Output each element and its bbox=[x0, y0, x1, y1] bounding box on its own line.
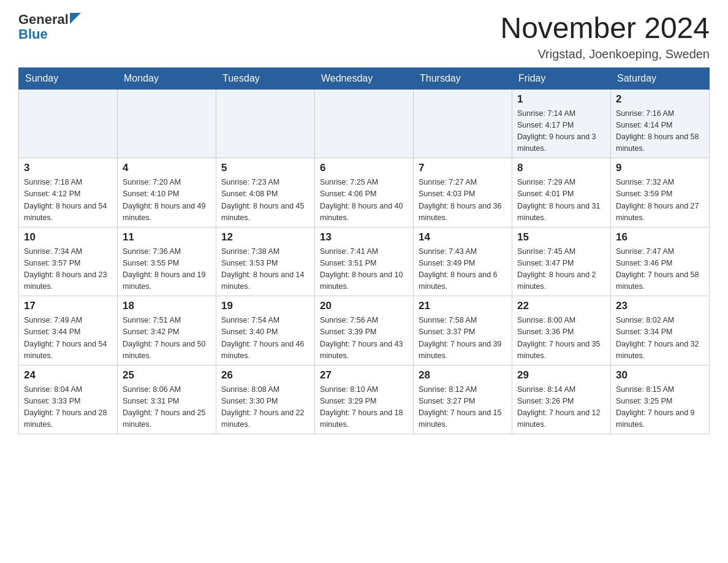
calendar-week-row: 3Sunrise: 7:18 AM Sunset: 4:12 PM Daylig… bbox=[19, 158, 710, 228]
day-number: 21 bbox=[419, 300, 507, 312]
day-info: Sunrise: 8:06 AM Sunset: 3:31 PM Dayligh… bbox=[123, 385, 206, 429]
calendar-cell: 4Sunrise: 7:20 AM Sunset: 4:10 PM Daylig… bbox=[118, 158, 216, 228]
calendar-cell bbox=[118, 89, 216, 158]
logo: General Blue bbox=[18, 12, 81, 42]
calendar-cell: 18Sunrise: 7:51 AM Sunset: 3:42 PM Dayli… bbox=[118, 296, 216, 366]
calendar-cell: 23Sunrise: 8:02 AM Sunset: 3:34 PM Dayli… bbox=[611, 296, 710, 366]
calendar-cell: 6Sunrise: 7:25 AM Sunset: 4:06 PM Daylig… bbox=[315, 158, 414, 228]
day-number: 12 bbox=[221, 231, 309, 243]
day-number: 18 bbox=[123, 300, 211, 312]
calendar-cell: 9Sunrise: 7:32 AM Sunset: 3:59 PM Daylig… bbox=[611, 158, 710, 228]
calendar-cell bbox=[414, 89, 512, 158]
day-info: Sunrise: 7:23 AM Sunset: 4:08 PM Dayligh… bbox=[221, 178, 305, 221]
day-number: 25 bbox=[123, 369, 211, 381]
day-info: Sunrise: 7:25 AM Sunset: 4:06 PM Dayligh… bbox=[320, 178, 403, 221]
day-number: 9 bbox=[616, 162, 704, 174]
day-info: Sunrise: 7:14 AM Sunset: 4:17 PM Dayligh… bbox=[517, 109, 596, 153]
day-info: Sunrise: 8:14 AM Sunset: 3:26 PM Dayligh… bbox=[517, 385, 601, 429]
day-info: Sunrise: 7:43 AM Sunset: 3:49 PM Dayligh… bbox=[419, 247, 498, 291]
calendar-cell: 7Sunrise: 7:27 AM Sunset: 4:03 PM Daylig… bbox=[414, 158, 512, 228]
calendar-cell: 1Sunrise: 7:14 AM Sunset: 4:17 PM Daylig… bbox=[512, 89, 611, 158]
calendar-cell: 16Sunrise: 7:47 AM Sunset: 3:46 PM Dayli… bbox=[611, 227, 710, 296]
calendar-cell: 24Sunrise: 8:04 AM Sunset: 3:33 PM Dayli… bbox=[19, 365, 118, 434]
calendar-cell: 26Sunrise: 8:08 AM Sunset: 3:30 PM Dayli… bbox=[216, 365, 315, 434]
calendar-cell: 29Sunrise: 8:14 AM Sunset: 3:26 PM Dayli… bbox=[512, 365, 611, 434]
day-number: 13 bbox=[320, 231, 408, 243]
calendar-cell: 25Sunrise: 8:06 AM Sunset: 3:31 PM Dayli… bbox=[118, 365, 216, 434]
calendar-cell: 13Sunrise: 7:41 AM Sunset: 3:51 PM Dayli… bbox=[315, 227, 414, 296]
calendar-cell: 12Sunrise: 7:38 AM Sunset: 3:53 PM Dayli… bbox=[216, 227, 315, 296]
calendar-cell: 15Sunrise: 7:45 AM Sunset: 3:47 PM Dayli… bbox=[512, 227, 611, 296]
page-header: General Blue November 2024 Vrigstad, Joe… bbox=[18, 12, 710, 61]
calendar-cell: 14Sunrise: 7:43 AM Sunset: 3:49 PM Dayli… bbox=[414, 227, 512, 296]
svg-marker-0 bbox=[70, 13, 81, 24]
calendar-cell: 19Sunrise: 7:54 AM Sunset: 3:40 PM Dayli… bbox=[216, 296, 315, 366]
day-number: 29 bbox=[517, 369, 605, 381]
day-info: Sunrise: 8:12 AM Sunset: 3:27 PM Dayligh… bbox=[419, 385, 502, 429]
day-number: 2 bbox=[616, 93, 704, 105]
calendar-week-row: 24Sunrise: 8:04 AM Sunset: 3:33 PM Dayli… bbox=[19, 365, 710, 434]
calendar-cell: 2Sunrise: 7:16 AM Sunset: 4:14 PM Daylig… bbox=[611, 89, 710, 158]
calendar-cell: 21Sunrise: 7:58 AM Sunset: 3:37 PM Dayli… bbox=[414, 296, 512, 366]
day-info: Sunrise: 7:58 AM Sunset: 3:37 PM Dayligh… bbox=[419, 316, 502, 359]
day-info: Sunrise: 7:45 AM Sunset: 3:47 PM Dayligh… bbox=[517, 247, 596, 291]
day-info: Sunrise: 8:15 AM Sunset: 3:25 PM Dayligh… bbox=[616, 385, 695, 429]
day-info: Sunrise: 7:20 AM Sunset: 4:10 PM Dayligh… bbox=[123, 178, 206, 221]
day-info: Sunrise: 7:38 AM Sunset: 3:53 PM Dayligh… bbox=[221, 247, 305, 291]
day-info: Sunrise: 7:34 AM Sunset: 3:57 PM Dayligh… bbox=[24, 247, 107, 291]
day-number: 16 bbox=[616, 231, 704, 243]
day-info: Sunrise: 8:08 AM Sunset: 3:30 PM Dayligh… bbox=[221, 385, 305, 429]
day-info: Sunrise: 7:18 AM Sunset: 4:12 PM Dayligh… bbox=[24, 178, 107, 221]
calendar-cell bbox=[315, 89, 414, 158]
day-number: 6 bbox=[320, 162, 408, 174]
calendar-week-row: 17Sunrise: 7:49 AM Sunset: 3:44 PM Dayli… bbox=[19, 296, 710, 366]
calendar-week-row: 10Sunrise: 7:34 AM Sunset: 3:57 PM Dayli… bbox=[19, 227, 710, 296]
day-number: 26 bbox=[221, 369, 309, 381]
calendar-header-tuesday: Tuesday bbox=[216, 67, 315, 89]
calendar-week-row: 1Sunrise: 7:14 AM Sunset: 4:17 PM Daylig… bbox=[19, 89, 710, 158]
logo-blue-text: Blue bbox=[18, 27, 48, 42]
day-number: 3 bbox=[24, 162, 112, 174]
day-number: 4 bbox=[123, 162, 211, 174]
day-info: Sunrise: 7:54 AM Sunset: 3:40 PM Dayligh… bbox=[221, 316, 305, 359]
day-number: 20 bbox=[320, 300, 408, 312]
calendar-cell: 22Sunrise: 8:00 AM Sunset: 3:36 PM Dayli… bbox=[512, 296, 611, 366]
day-number: 1 bbox=[517, 93, 605, 105]
day-info: Sunrise: 7:29 AM Sunset: 4:01 PM Dayligh… bbox=[517, 178, 601, 221]
calendar-header-monday: Monday bbox=[118, 67, 216, 89]
day-number: 27 bbox=[320, 369, 408, 381]
calendar-cell: 27Sunrise: 8:10 AM Sunset: 3:29 PM Dayli… bbox=[315, 365, 414, 434]
day-number: 24 bbox=[24, 369, 112, 381]
calendar-cell: 10Sunrise: 7:34 AM Sunset: 3:57 PM Dayli… bbox=[19, 227, 118, 296]
day-number: 10 bbox=[24, 231, 112, 243]
calendar-header-friday: Friday bbox=[512, 67, 611, 89]
day-number: 22 bbox=[517, 300, 605, 312]
day-info: Sunrise: 7:41 AM Sunset: 3:51 PM Dayligh… bbox=[320, 247, 403, 291]
calendar-cell: 3Sunrise: 7:18 AM Sunset: 4:12 PM Daylig… bbox=[19, 158, 118, 228]
calendar-cell: 28Sunrise: 8:12 AM Sunset: 3:27 PM Dayli… bbox=[414, 365, 512, 434]
day-info: Sunrise: 7:36 AM Sunset: 3:55 PM Dayligh… bbox=[123, 247, 206, 291]
calendar-cell: 30Sunrise: 8:15 AM Sunset: 3:25 PM Dayli… bbox=[611, 365, 710, 434]
calendar-table: SundayMondayTuesdayWednesdayThursdayFrid… bbox=[18, 67, 710, 435]
calendar-header-row: SundayMondayTuesdayWednesdayThursdayFrid… bbox=[19, 67, 710, 89]
calendar-cell: 5Sunrise: 7:23 AM Sunset: 4:08 PM Daylig… bbox=[216, 158, 315, 228]
day-info: Sunrise: 7:16 AM Sunset: 4:14 PM Dayligh… bbox=[616, 109, 699, 153]
calendar-cell: 17Sunrise: 7:49 AM Sunset: 3:44 PM Dayli… bbox=[19, 296, 118, 366]
logo-general-text: General bbox=[18, 12, 69, 27]
calendar-cell: 11Sunrise: 7:36 AM Sunset: 3:55 PM Dayli… bbox=[118, 227, 216, 296]
day-info: Sunrise: 8:00 AM Sunset: 3:36 PM Dayligh… bbox=[517, 316, 601, 359]
calendar-cell bbox=[19, 89, 118, 158]
month-year-title: November 2024 bbox=[500, 12, 710, 45]
day-info: Sunrise: 8:02 AM Sunset: 3:34 PM Dayligh… bbox=[616, 316, 699, 359]
calendar-cell: 8Sunrise: 7:29 AM Sunset: 4:01 PM Daylig… bbox=[512, 158, 611, 228]
day-info: Sunrise: 8:04 AM Sunset: 3:33 PM Dayligh… bbox=[24, 385, 107, 429]
calendar-header-wednesday: Wednesday bbox=[315, 67, 414, 89]
day-info: Sunrise: 7:51 AM Sunset: 3:42 PM Dayligh… bbox=[123, 316, 206, 359]
calendar-cell: 20Sunrise: 7:56 AM Sunset: 3:39 PM Dayli… bbox=[315, 296, 414, 366]
day-info: Sunrise: 7:27 AM Sunset: 4:03 PM Dayligh… bbox=[419, 178, 502, 221]
day-number: 14 bbox=[419, 231, 507, 243]
day-info: Sunrise: 7:49 AM Sunset: 3:44 PM Dayligh… bbox=[24, 316, 107, 359]
calendar-header-saturday: Saturday bbox=[611, 67, 710, 89]
day-info: Sunrise: 8:10 AM Sunset: 3:29 PM Dayligh… bbox=[320, 385, 403, 429]
day-number: 17 bbox=[24, 300, 112, 312]
